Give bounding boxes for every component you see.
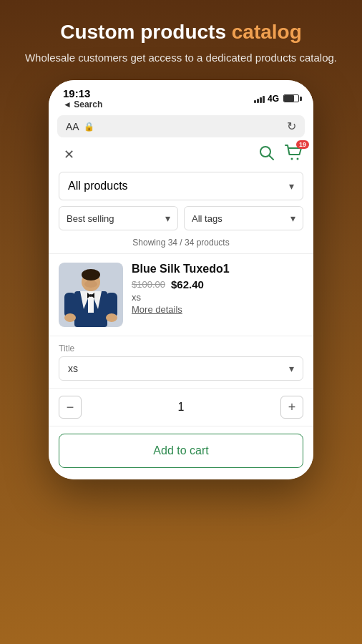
product-item: Blue Silk Tuxedo1 $100.00 $62.40 xs More… [49,253,313,336]
svg-line-1 [270,155,274,160]
sub-filter-row: Best selling ▾ All tags ▾ [59,206,303,230]
product-info: Blue Silk Tuxedo1 $100.00 $62.40 xs More… [132,263,303,327]
nav-icons: 19 [259,145,303,165]
variant-select[interactable]: xs ▾ [59,356,303,381]
network-label: 4G [268,94,279,104]
chevron-down-icon: ▾ [289,363,294,374]
search-icon[interactable] [259,145,275,165]
chevron-down-icon: ▾ [165,213,170,224]
cart-icon-wrapper[interactable]: 19 [285,145,303,165]
battery-icon [283,94,299,102]
refresh-button[interactable]: ↻ [287,119,296,133]
app-content: ✕ 19 [49,137,313,479]
price-original: $100.00 [132,279,165,290]
chevron-down-icon: ▾ [289,180,294,192]
quantity-decrease-button[interactable]: − [59,396,82,419]
top-nav: ✕ 19 [49,137,313,172]
sort-label: Best selling [67,213,114,224]
showing-count: Showing 34 / 34 products [59,235,303,253]
svg-point-10 [82,269,100,280]
title-prefix: Custom products [60,21,226,43]
more-details-link[interactable]: More details [132,304,303,315]
status-icons: 4G [254,94,299,104]
price-row: $100.00 $62.40 [132,278,303,291]
cart-badge: 19 [296,140,309,149]
status-time: 19:13 [63,87,102,99]
tags-filter[interactable]: All tags ▾ [184,206,303,230]
title-accent: catalog [232,21,302,43]
header-subtitle: Wholesale customers get access to a dedi… [25,50,337,67]
all-products-label: All products [68,180,128,192]
product-image [59,263,123,327]
header: Custom products catalog Wholesale custom… [4,0,358,80]
phone-frame: 19:13 ◄ Search 4G AA 🔒 ↻ ✕ [49,80,313,479]
variant-label: Title [59,343,303,353]
variant-section: Title xs ▾ [49,336,313,388]
all-products-filter[interactable]: All products ▾ [59,172,303,200]
svg-point-11 [84,280,97,288]
svg-point-18 [106,313,117,322]
svg-point-17 [64,313,76,322]
header-title: Custom products catalog [25,20,337,44]
back-label[interactable]: ◄ Search [63,99,102,109]
filter-section: All products ▾ Best selling ▾ All tags ▾… [49,172,313,253]
status-bar: 19:13 ◄ Search 4G [49,80,313,112]
browser-aa: AA 🔒 [66,121,94,132]
svg-point-3 [297,158,299,160]
sort-filter[interactable]: Best selling ▾ [59,206,178,230]
svg-point-2 [291,158,293,160]
signal-icon [254,94,265,103]
chevron-down-icon: ▾ [290,213,295,224]
svg-point-14 [89,294,92,297]
variant-value: xs [68,363,78,374]
browser-bar: AA 🔒 ↻ [57,115,305,137]
close-button[interactable]: ✕ [59,145,79,165]
quantity-section: − 1 + [49,388,313,426]
price-sale: $62.40 [171,278,204,291]
size-tag: xs [132,292,303,303]
tags-label: All tags [192,213,222,224]
product-name: Blue Silk Tuxedo1 [132,263,303,275]
quantity-increase-button[interactable]: + [280,396,303,419]
add-to-cart-button[interactable]: Add to cart [59,434,303,468]
quantity-value: 1 [178,401,185,414]
add-to-cart-section: Add to cart [49,426,313,479]
lock-icon: 🔒 [84,122,94,132]
